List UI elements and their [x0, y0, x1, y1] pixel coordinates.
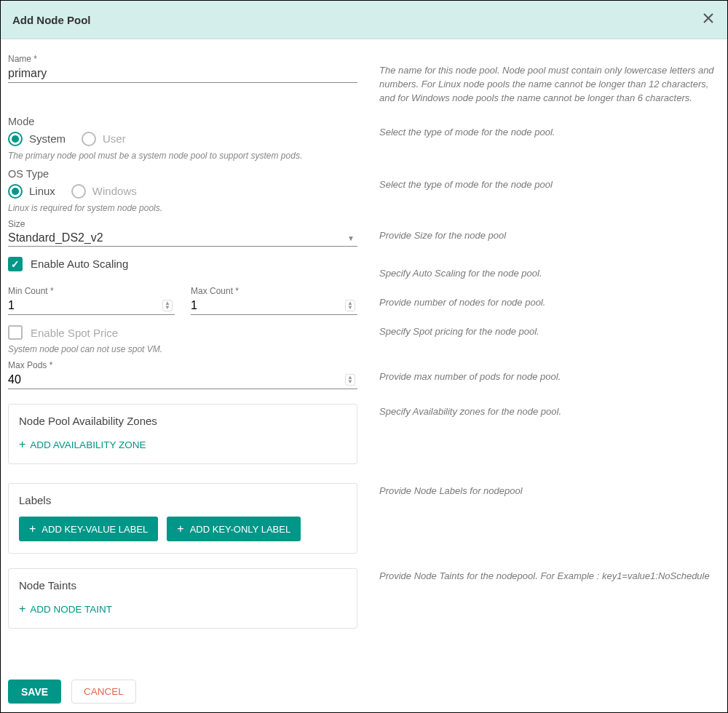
mode-radio-group: System User — [8, 132, 357, 146]
spot-hint: Specify Spot pricing for the node pool. — [379, 325, 716, 339]
name-input[interactable] — [8, 65, 357, 83]
save-button[interactable]: SAVE — [8, 680, 61, 704]
radio-icon — [71, 184, 86, 199]
stepper-icon[interactable]: ▲▼ — [162, 300, 173, 311]
close-icon[interactable] — [701, 11, 716, 28]
mode-system-label: System — [29, 132, 66, 145]
max-pods-hint: Provide max number of pods for node pool… — [379, 370, 716, 384]
add-availability-zone-button[interactable]: + ADD AVAILABILITY ZONE — [19, 437, 146, 452]
taints-title: Node Taints — [19, 579, 347, 591]
labels-card: Labels + ADD KEY-VALUE LABEL + ADD KEY-O… — [8, 483, 357, 554]
spot-label: Enable Spot Price — [31, 327, 118, 339]
min-count-input[interactable] — [8, 297, 175, 314]
size-select[interactable]: Standard_DS2_v2 ▼ — [8, 230, 357, 247]
spot-toggle[interactable]: Enable Spot Price — [8, 325, 357, 340]
mode-helper: The primary node pool must be a system n… — [8, 151, 357, 161]
plus-icon: + — [19, 439, 25, 450]
plus-icon: + — [29, 523, 36, 535]
os-helper: Linux is required for system node pools. — [8, 203, 357, 213]
add-zone-label: ADD AVAILABILITY ZONE — [30, 439, 146, 450]
size-label: Size — [8, 219, 357, 229]
stepper-icon[interactable]: ▲▼ — [345, 300, 355, 311]
taints-hint: Provide Node Taints for the nodepool. Fo… — [379, 570, 716, 583]
mode-label: Mode — [8, 116, 357, 127]
autoscale-toggle[interactable]: ✓ Enable Auto Scaling — [8, 257, 357, 271]
max-count-input[interactable] — [191, 297, 357, 314]
autoscale-hint: Specify Auto Scaling for the node pool. — [379, 267, 716, 281]
counts-hint: Provide number of nodes for node pool. — [379, 296, 716, 310]
os-linux-label: Linux — [29, 185, 55, 197]
zones-card: Node Pool Availability Zones + ADD AVAIL… — [8, 404, 357, 464]
os-linux-radio[interactable]: Linux — [8, 184, 55, 199]
radio-icon — [82, 132, 96, 146]
zones-hint: Specify Availability zones for the node … — [379, 405, 716, 419]
os-hint: Select the type of mode for the node poo… — [379, 178, 716, 192]
checkbox-icon: ✓ — [8, 257, 23, 271]
labels-hint: Provide Node Labels for nodepool — [379, 485, 716, 498]
mode-hint: Select the type of mode for the node poo… — [379, 126, 716, 140]
taints-card: Node Taints + ADD NODE TAINT — [8, 568, 357, 629]
labels-title: Labels — [19, 494, 347, 506]
zones-title: Node Pool Availability Zones — [19, 415, 347, 427]
max-pods-input[interactable] — [8, 371, 357, 389]
checkbox-icon — [8, 325, 23, 340]
spot-helper: System node pool can not use spot VM. — [8, 344, 357, 354]
os-windows-label: Windows — [92, 185, 137, 197]
add-node-taint-button[interactable]: + ADD NODE TAINT — [19, 602, 112, 616]
os-radio-group: Linux Windows — [8, 184, 357, 199]
add-taint-label: ADD NODE TAINT — [30, 604, 112, 615]
os-label: OS Type — [8, 168, 357, 180]
dialog-title: Add Node Pool — [12, 14, 91, 26]
mode-user-radio[interactable]: User — [82, 132, 126, 146]
name-label: Name * — [8, 54, 357, 64]
add-keyonly-label-text: ADD KEY-ONLY LABEL — [190, 524, 291, 535]
autoscale-label: Enable Auto Scaling — [31, 258, 128, 270]
cancel-button[interactable]: CANCEL — [71, 680, 136, 704]
os-windows-radio[interactable]: Windows — [71, 184, 137, 199]
min-count-label: Min Count * — [8, 286, 175, 296]
add-kv-label-text: ADD KEY-VALUE LABEL — [41, 524, 148, 535]
dialog-footer: SAVE CANCEL — [1, 672, 727, 712]
chevron-down-icon: ▼ — [347, 234, 355, 242]
max-count-label: Max Count * — [191, 286, 357, 296]
dialog-header: Add Node Pool — [1, 1, 727, 39]
name-hint: The name for this node pool. Node pool m… — [379, 64, 716, 105]
plus-icon: + — [177, 523, 183, 535]
mode-user-label: User — [103, 132, 126, 145]
radio-icon — [8, 132, 23, 146]
mode-system-radio[interactable]: System — [8, 132, 66, 146]
size-hint: Provide Size for the node pool — [379, 229, 716, 243]
radio-icon — [8, 184, 23, 199]
stepper-icon[interactable]: ▲▼ — [345, 374, 355, 386]
plus-icon: + — [19, 603, 25, 615]
dialog-body: Name * The name for this node pool. Node… — [1, 39, 727, 672]
size-value: Standard_DS2_v2 — [8, 231, 103, 244]
add-keyonly-label-button[interactable]: + ADD KEY-ONLY LABEL — [167, 517, 301, 541]
max-pods-label: Max Pods * — [8, 360, 357, 370]
add-kv-label-button[interactable]: + ADD KEY-VALUE LABEL — [19, 517, 158, 541]
